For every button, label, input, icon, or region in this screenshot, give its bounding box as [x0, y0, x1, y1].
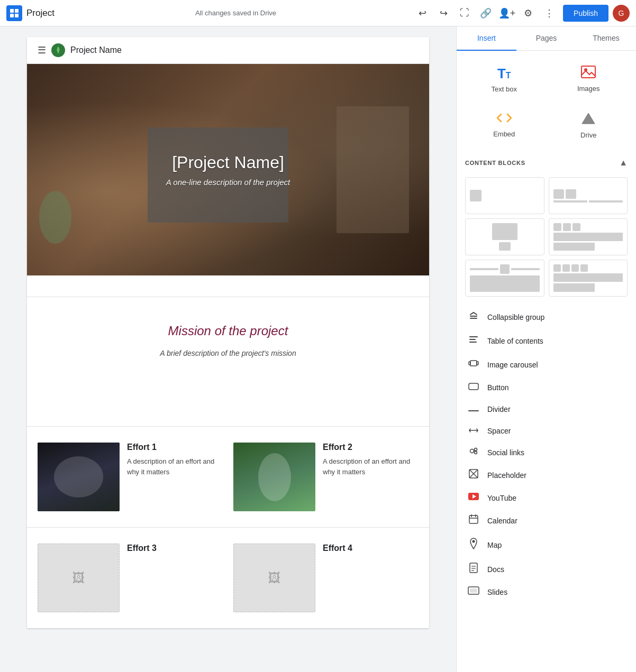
- insert-textbox-button[interactable]: TT Text box: [465, 59, 543, 99]
- effort-3-name: Effort 3: [127, 544, 223, 553]
- svg-rect-14: [477, 362, 478, 365]
- youtube-button[interactable]: YouTube: [465, 487, 628, 509]
- collapsible-group-button[interactable]: Collapsible group: [465, 305, 628, 329]
- social-links-button[interactable]: Social links: [465, 441, 628, 463]
- divider-button[interactable]: Divider: [465, 398, 628, 420]
- svg-rect-0: [10, 9, 14, 13]
- effort-2-image: [233, 443, 315, 511]
- embed-icon: [497, 112, 512, 127]
- block-3-img2: [499, 242, 511, 251]
- insert-quick-grid: TT Text box Images: [465, 59, 628, 145]
- save-status: All changes saved in Drive: [63, 9, 408, 17]
- hero-title: [Project Name]: [166, 153, 290, 172]
- tab-themes[interactable]: Themes: [576, 26, 636, 51]
- drive-label: Drive: [580, 131, 596, 139]
- textbox-icon: TT: [497, 66, 511, 82]
- svg-rect-9: [469, 336, 478, 337]
- block-thumb-6[interactable]: [549, 260, 628, 297]
- block-thumb-5[interactable]: [465, 260, 544, 297]
- block-thumb-4[interactable]: [549, 218, 628, 255]
- topbar: Project All changes saved in Drive ↩ ↪ ⛶…: [0, 0, 636, 26]
- block-6-img1: [553, 264, 561, 272]
- share-button[interactable]: 👤+: [497, 4, 516, 23]
- insert-embed-button[interactable]: Embed: [465, 106, 543, 145]
- effort-2-name: Effort 2: [323, 443, 419, 452]
- content-blocks-toggle[interactable]: ▲: [619, 158, 628, 168]
- placeholder-icon: [467, 468, 480, 482]
- map-label: Map: [487, 541, 502, 549]
- svg-rect-37: [470, 588, 477, 593]
- page-header: ☰ Project Name: [27, 37, 429, 64]
- canvas-area: ☰ Project Name [Project Name] A: [0, 26, 456, 672]
- block-6-img2: [562, 264, 570, 272]
- panel-tabs: Insert Pages Themes: [457, 26, 636, 51]
- divider-label: Divider: [487, 405, 511, 413]
- button-insert-button[interactable]: Button: [465, 376, 628, 398]
- effort-4-thumb: 🖼: [233, 544, 315, 612]
- block-4-img2: [563, 223, 571, 231]
- hero-section: [Project Name] A one-line description of…: [27, 64, 429, 275]
- effort-item-2: Effort 2 A description of an effort and …: [233, 443, 419, 511]
- effort-2-info: Effort 2 A description of an effort and …: [323, 443, 419, 477]
- images-icon: [581, 66, 596, 81]
- svg-point-19: [475, 452, 477, 454]
- block-thumb-2[interactable]: [549, 177, 628, 214]
- slides-button[interactable]: Slides: [465, 581, 628, 603]
- image-carousel-button[interactable]: Image carousel: [465, 353, 628, 376]
- svg-rect-5: [582, 66, 595, 78]
- svg-rect-12: [470, 361, 477, 366]
- calendar-button[interactable]: Calendar: [465, 509, 628, 532]
- insert-drive-button[interactable]: Drive: [550, 106, 628, 145]
- effort-item-3: 🖼 Effort 3: [38, 544, 223, 612]
- spacer-button[interactable]: Spacer: [465, 420, 628, 441]
- svg-point-18: [475, 448, 477, 451]
- app-logo: [6, 5, 22, 21]
- tab-insert[interactable]: Insert: [457, 26, 516, 51]
- placeholder-button[interactable]: Placeholder: [465, 463, 628, 487]
- svg-rect-13: [469, 362, 470, 365]
- docs-icon: [467, 563, 480, 576]
- map-button[interactable]: Map: [465, 532, 628, 557]
- effort-3-info: Effort 3: [127, 544, 223, 557]
- divider-icon: [467, 403, 480, 415]
- effort-2-photo-shape: [258, 453, 291, 501]
- svg-point-17: [470, 449, 474, 453]
- button-icon: [467, 382, 480, 393]
- svg-rect-15: [469, 383, 478, 390]
- undo-button[interactable]: ↩: [413, 4, 432, 23]
- slides-icon: [467, 586, 480, 597]
- hamburger-icon[interactable]: ☰: [38, 44, 46, 56]
- effort-1-name: Effort 1: [127, 443, 223, 452]
- table-of-contents-button[interactable]: Table of contents: [465, 329, 628, 353]
- efforts-section-2: 🖼 Effort 3 🖼 Effort 4: [27, 527, 429, 628]
- social-icon: [467, 447, 480, 458]
- redo-button[interactable]: ↪: [434, 4, 453, 23]
- effort-2-thumb: [233, 443, 315, 511]
- button-label: Button: [487, 383, 508, 392]
- content-blocks-title: CONTENT BLOCKS: [465, 160, 525, 166]
- tab-pages[interactable]: Pages: [516, 26, 576, 51]
- docs-button[interactable]: Docs: [465, 557, 628, 581]
- avatar[interactable]: G: [613, 5, 630, 22]
- panel-list: Collapsible group Table of contents: [465, 305, 628, 603]
- publish-button[interactable]: Publish: [563, 5, 608, 22]
- toc-icon: [467, 334, 480, 347]
- block-thumb-1[interactable]: [465, 177, 544, 214]
- preview-button[interactable]: ⛶: [455, 4, 474, 23]
- svg-rect-3: [15, 14, 19, 17]
- hero-subtitle: A one-line description of the project: [166, 178, 290, 187]
- link-button[interactable]: 🔗: [476, 4, 495, 23]
- svg-point-31: [473, 540, 475, 543]
- svg-rect-1: [15, 9, 19, 13]
- svg-rect-11: [469, 342, 477, 343]
- block-6-img4: [580, 264, 588, 272]
- carousel-label: Image carousel: [487, 361, 538, 369]
- settings-button[interactable]: ⚙: [519, 4, 538, 23]
- deco-shape-1: [337, 106, 409, 233]
- svg-rect-16: [468, 410, 479, 411]
- more-button[interactable]: ⋮: [540, 4, 559, 23]
- hero-content: [Project Name] A one-line description of…: [166, 153, 290, 187]
- carousel-icon: [467, 358, 480, 371]
- block-thumb-3[interactable]: [465, 218, 544, 255]
- insert-images-button[interactable]: Images: [550, 59, 628, 99]
